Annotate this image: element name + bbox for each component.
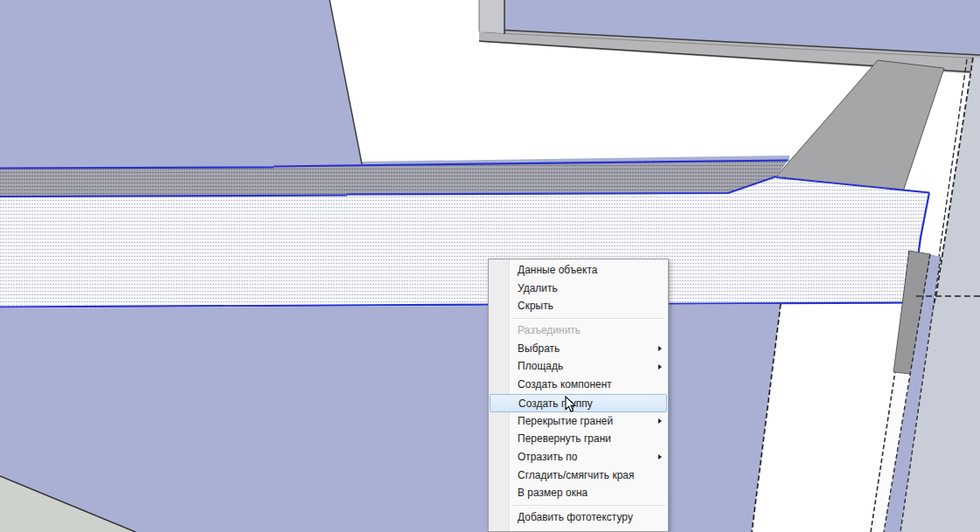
menu-item-object-data[interactable]: Данные объекта xyxy=(489,261,668,280)
submenu-arrow-icon xyxy=(658,364,662,370)
menu-item-hide[interactable]: Скрыть xyxy=(489,297,668,315)
menu-item-reverse-faces[interactable]: Перевернуть грани xyxy=(489,430,668,448)
column-cap-face[interactable] xyxy=(479,0,504,33)
menu-item-flip-along[interactable]: Отразить по xyxy=(489,448,668,466)
menu-item-label: Перекрытие граней xyxy=(518,415,613,427)
menu-item-label: Скрыть xyxy=(518,300,553,312)
context-menu: Данные объекта Удалить Скрыть Разъединит… xyxy=(488,259,669,532)
menu-item-area[interactable]: Площадь xyxy=(489,357,668,376)
wall-face-left[interactable] xyxy=(0,0,362,169)
menu-item-label: В размер окна xyxy=(518,487,587,499)
menu-item-explode: Разъединить xyxy=(489,321,668,340)
menu-item-select[interactable]: Выбрать xyxy=(489,340,668,358)
menu-item-label: Отразить по xyxy=(518,451,578,463)
submenu-arrow-icon xyxy=(658,418,662,424)
menu-item-label: Создать компонент xyxy=(518,378,612,390)
menu-item-add-phototexture[interactable]: Добавить фототекстуру xyxy=(489,508,668,527)
menu-item-label: Разъединить xyxy=(518,324,580,336)
menu-item-make-component[interactable]: Создать компонент xyxy=(489,376,668,394)
menu-item-label: Выбрать xyxy=(518,342,560,355)
selected-edge[interactable] xyxy=(0,196,347,197)
menu-item-label: Добавить фототекстуру xyxy=(518,511,633,523)
arrow-cursor-icon xyxy=(565,396,577,413)
menu-item-zoom-extents[interactable]: В размер окна xyxy=(489,484,668,502)
menu-item-label: Перевернуть грани xyxy=(518,432,611,445)
menu-item-label: Данные объекта xyxy=(518,264,597,276)
menu-item-delete[interactable]: Удалить xyxy=(489,280,668,298)
submenu-arrow-icon xyxy=(658,346,662,351)
menu-separator xyxy=(512,318,666,320)
submenu-arrow-icon xyxy=(658,454,662,459)
menu-item-label: Сгладить/смягчить края xyxy=(518,469,635,481)
menu-item-label: Удалить xyxy=(518,282,558,294)
menu-item-label: Создать группу xyxy=(518,397,593,410)
menu-separator xyxy=(512,505,666,507)
menu-item-label: Площадь xyxy=(518,360,563,372)
menu-item-make-group[interactable]: Создать группу xyxy=(490,394,667,412)
selected-edge[interactable] xyxy=(0,168,274,169)
menu-item-intersect-faces[interactable]: Перекрытие граней xyxy=(489,412,668,431)
menu-item-soften-smooth-edges[interactable]: Сгладить/смягчить края xyxy=(489,466,668,485)
